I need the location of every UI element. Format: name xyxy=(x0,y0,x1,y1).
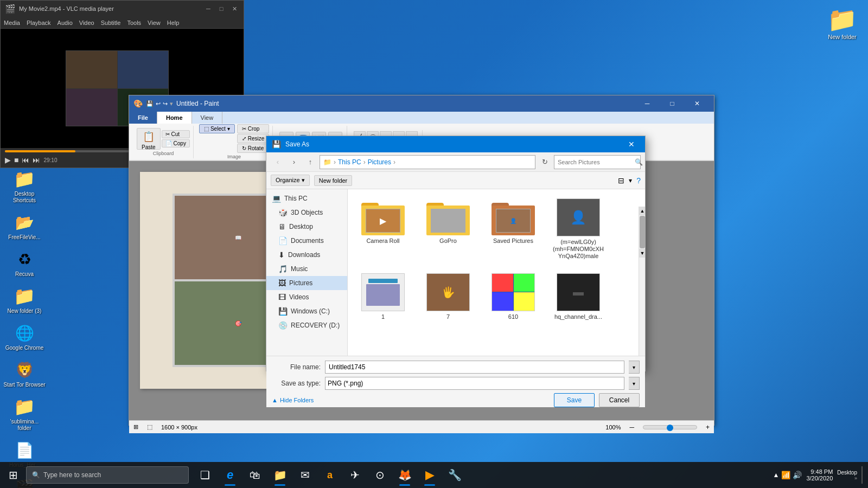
dialog-search-input[interactable] xyxy=(558,159,633,165)
taskbar-trip[interactable]: ✈ xyxy=(343,463,367,487)
sidebar-documents[interactable]: 📄 Documents xyxy=(266,234,347,248)
taskbar-store[interactable]: 🛍 xyxy=(243,463,267,487)
notification-icon[interactable]: ▲ xyxy=(773,471,779,479)
vlc-play-button[interactable]: ▶ xyxy=(5,156,11,164)
taskbar-explorer[interactable]: 📁 xyxy=(268,463,292,487)
vlc-menu-video[interactable]: Video xyxy=(79,20,94,26)
desktop-icon-recuva[interactable]: ♻ Recuva xyxy=(2,246,47,280)
resize-button[interactable]: ⤢ Resize xyxy=(237,134,270,143)
file-1[interactable]: 1 xyxy=(353,269,413,324)
paint-maximize-button[interactable]: □ xyxy=(660,95,685,112)
paint-zoom-in-button[interactable]: + xyxy=(706,423,710,431)
paint-close-button[interactable]: ✕ xyxy=(685,95,710,112)
desktop-icon-freefileview[interactable]: 📂 FreeFileVie... xyxy=(2,209,47,243)
view-details-button[interactable]: ▾ xyxy=(629,177,632,184)
desktop-icon-start-tor[interactable]: 🦁 Start Tor Browser xyxy=(2,357,47,390)
address-pictures[interactable]: Pictures xyxy=(368,158,391,166)
vlc-close-button[interactable]: ✕ xyxy=(229,4,239,14)
taskbar-firefox[interactable]: 🦊 xyxy=(393,463,417,487)
cut-button[interactable]: ✂ Cut xyxy=(162,130,190,138)
dialog-up-button[interactable]: ↑ xyxy=(303,155,317,169)
dialog-search-box[interactable]: 🔍 xyxy=(554,155,641,169)
taskbar-mail[interactable]: ✉ xyxy=(293,463,317,487)
scroll-thumb[interactable] xyxy=(640,216,645,248)
sidebar-recovery-d[interactable]: 💿 RECOVERY (D:) xyxy=(266,318,347,332)
taskbar-amazon[interactable]: a xyxy=(318,463,342,487)
vlc-next-button[interactable]: ⏭ xyxy=(33,156,40,164)
volume-icon[interactable]: 🔊 xyxy=(793,471,802,479)
filetype-select[interactable]: PNG (*.png) xyxy=(325,377,624,390)
taskbar-circle[interactable]: ⊙ xyxy=(368,463,392,487)
view-toggle-button[interactable]: ⊟ xyxy=(618,176,624,185)
sidebar-downloads[interactable]: ⬇ Downloads xyxy=(266,248,347,262)
desktop-icon-desktop-shortcuts[interactable]: 📁 Desktop Shortcuts xyxy=(2,166,47,206)
sidebar-3d-objects[interactable]: 🎲 3D Objects xyxy=(266,206,347,220)
scroll-down-button[interactable]: ▼ xyxy=(639,249,645,258)
filename-dropdown-arrow[interactable]: ▾ xyxy=(629,361,640,374)
file-camera-roll[interactable]: ▶ Camera Roll xyxy=(353,195,413,264)
rotate-button[interactable]: ↻ Rotate xyxy=(237,144,270,153)
taskbar-search-box[interactable]: 🔍 Type here to search xyxy=(26,466,189,484)
paint-tab-view[interactable]: View xyxy=(192,112,223,124)
vlc-menu-subtitle[interactable]: Subtitle xyxy=(101,20,121,26)
vlc-stop-button[interactable]: ■ xyxy=(14,156,18,164)
hide-folders-link[interactable]: ▲ Hide Folders xyxy=(272,397,314,403)
taskbar-task-view[interactable]: ❑ xyxy=(193,463,217,487)
select-button[interactable]: ⬚ Select ▾ xyxy=(199,124,235,133)
save-button[interactable]: Save xyxy=(554,393,595,407)
vlc-menu-playback[interactable]: Playback xyxy=(27,20,51,26)
file-saved-pictures[interactable]: 👤 Saved Pictures xyxy=(483,195,543,264)
paste-button[interactable]: 📋 Paste xyxy=(137,128,161,150)
paint-minimize-button[interactable]: ─ xyxy=(635,95,660,112)
show-desktop-button[interactable] xyxy=(861,466,863,484)
desktop-icon-newfolder3[interactable]: 📁 New folder (3) xyxy=(2,283,47,317)
paint-qa-undo[interactable]: ↩ xyxy=(156,100,161,107)
taskbar-vlc[interactable]: ▶ xyxy=(418,463,442,487)
network-icon[interactable]: 📶 xyxy=(781,471,790,479)
sidebar-videos[interactable]: 🎞 Videos xyxy=(266,290,347,304)
taskbar-desktop-btn[interactable]: Desktop » xyxy=(837,470,857,481)
desktop-icon-sublimina[interactable]: 📁 'sublimina... folder xyxy=(2,394,47,434)
file-610[interactable]: 610 xyxy=(483,269,543,324)
vlc-minimize-button[interactable]: ─ xyxy=(203,4,213,14)
taskbar-tool[interactable]: 🔧 xyxy=(443,463,467,487)
address-this-pc[interactable]: This PC xyxy=(338,158,361,166)
start-button[interactable]: ⊞ xyxy=(0,462,26,488)
new-folder-desktop-icon[interactable]: 📁 New folder xyxy=(827,5,857,40)
paint-tab-file[interactable]: File xyxy=(129,112,157,124)
vlc-menu-view[interactable]: View xyxy=(148,20,161,26)
paint-tab-home[interactable]: Home xyxy=(157,112,192,124)
filetype-dropdown-arrow[interactable]: ▾ xyxy=(629,377,640,390)
vlc-menu-audio[interactable]: Audio xyxy=(58,20,73,26)
file-male-img[interactable]: 👤 (m=ewlLG0y)(mh=FMNOM0cXHYnQa4Z0)male xyxy=(548,195,608,264)
cancel-button[interactable]: Cancel xyxy=(599,393,640,407)
sidebar-music[interactable]: 🎵 Music xyxy=(266,262,347,276)
vlc-menu-tools[interactable]: Tools xyxy=(127,20,141,26)
file-hq-channel[interactable]: ▬ hq_channel_dra... xyxy=(548,269,608,324)
paint-qa-save[interactable]: 💾 xyxy=(146,100,154,107)
file-7[interactable]: 🖐 7 xyxy=(418,269,478,324)
scroll-up-button[interactable]: ▲ xyxy=(639,207,645,215)
sidebar-desktop[interactable]: 🖥 Desktop xyxy=(266,220,347,234)
sidebar-this-pc[interactable]: 💻 This PC xyxy=(266,191,347,206)
new-folder-button[interactable]: New folder xyxy=(314,175,353,186)
dialog-back-button[interactable]: ‹ xyxy=(271,155,285,169)
dialog-forward-button[interactable]: › xyxy=(287,155,301,169)
vlc-maximize-button[interactable]: □ xyxy=(216,4,226,14)
filename-input[interactable] xyxy=(325,361,624,374)
taskbar-edge[interactable]: e xyxy=(218,463,242,487)
dialog-close-button[interactable]: ✕ xyxy=(623,136,640,152)
file-gopro[interactable]: GoPro xyxy=(418,195,478,264)
desktop-icon-chrome[interactable]: 🌐 Google Chrome xyxy=(2,320,47,354)
taskbar-clock[interactable]: 9:48 PM 3/20/2020 xyxy=(806,468,833,481)
dialog-refresh-button[interactable]: ↻ xyxy=(538,155,552,169)
copy-button[interactable]: 📄 Copy xyxy=(162,139,190,147)
dialog-address-bar[interactable]: 📁 › This PC › Pictures › xyxy=(320,155,535,169)
dialog-scrollbar[interactable]: ▲ ▼ xyxy=(639,207,645,356)
paint-qa-redo[interactable]: ↪ xyxy=(163,100,168,107)
sidebar-pictures[interactable]: 🖼 Pictures xyxy=(266,276,347,290)
crop-button[interactable]: ✂ Crop xyxy=(237,124,270,133)
paint-zoom-slider[interactable] xyxy=(643,425,697,429)
vlc-menu-help[interactable]: Help xyxy=(167,20,180,26)
vlc-menu-media[interactable]: Media xyxy=(4,20,20,26)
